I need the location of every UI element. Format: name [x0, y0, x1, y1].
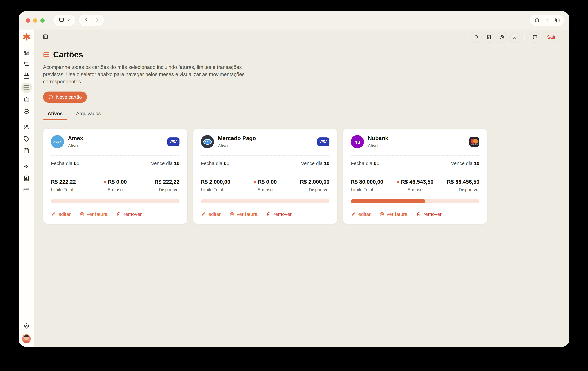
- sidebar-bottom: [21, 321, 32, 343]
- card-status: Ativo: [68, 143, 83, 148]
- view-invoice-button[interactable]: ver fatura: [229, 211, 258, 217]
- card-name: Amex: [68, 135, 83, 142]
- dark-mode-button[interactable]: [509, 32, 520, 42]
- edit-card-button[interactable]: editar: [201, 211, 221, 217]
- sidebar-item-cards[interactable]: [21, 82, 32, 93]
- sidebar-toggle-icon: [59, 17, 64, 24]
- due-day: Vence dia 10: [301, 160, 330, 166]
- credit-card-item: Mercado Pago Ativo VISA mastercard Fecha…: [193, 129, 337, 224]
- close-window-button[interactable]: [26, 18, 30, 22]
- card-header: nu Nubank Ativo VISA mastercard: [351, 135, 479, 148]
- new-card-label: Novo cartão: [56, 94, 82, 100]
- new-card-button[interactable]: Novo cartão: [43, 92, 87, 103]
- available-value: R$ 33.456,50: [437, 179, 479, 185]
- available-column: R$ 33.456,50 Disponível: [437, 179, 479, 192]
- sidebar-item-ai[interactable]: [21, 161, 32, 171]
- screen: Sair Cartões Acompanhe todas os cartões …: [0, 0, 588, 371]
- cards-row: AMEX Amex Ativo VISA mastercard Fecha di…: [43, 129, 560, 224]
- card-values: R$ 222,22 Limite Total R$ 0,00 Em uso R$…: [51, 179, 179, 192]
- forward-button[interactable]: [94, 17, 100, 24]
- limit-label: Limite Total: [351, 187, 394, 192]
- sidebar-nav: [21, 46, 32, 196]
- sidebar-item-settings[interactable]: [21, 321, 32, 331]
- back-button[interactable]: [84, 17, 89, 24]
- sidebar-item-bank[interactable]: [21, 94, 32, 104]
- browser-sidebar-toggle[interactable]: [53, 15, 75, 26]
- notifications-button[interactable]: [471, 32, 482, 42]
- remove-card-button[interactable]: remover: [116, 211, 142, 217]
- tab-ativos[interactable]: Ativos: [43, 108, 67, 120]
- card-header: AMEX Amex Ativo VISA mastercard: [51, 135, 179, 148]
- user-avatar[interactable]: [22, 334, 31, 343]
- share-button[interactable]: [534, 17, 540, 24]
- sidebar-item-calendar[interactable]: [21, 71, 32, 81]
- available-column: R$ 222,22 Disponível: [137, 179, 179, 192]
- available-label: Disponível: [137, 187, 179, 192]
- content-header: Sair: [34, 30, 569, 45]
- sidebar-item-users[interactable]: [21, 122, 32, 132]
- view-invoice-button[interactable]: ver fatura: [379, 211, 408, 217]
- browser-window: Sair Cartões Acompanhe todas os cartões …: [19, 11, 569, 347]
- new-tab-button[interactable]: [544, 17, 550, 24]
- minimize-window-button[interactable]: [33, 18, 37, 22]
- sidebar: [19, 30, 34, 347]
- card-names: Nubank Ativo: [368, 135, 388, 148]
- sidebar-item-dashboard[interactable]: [21, 47, 32, 57]
- limit-column: R$ 222,22 Limite Total: [51, 179, 94, 192]
- card-values: R$ 80.000,00 Limite Total R$ 46.543,50 E…: [351, 179, 479, 192]
- limit-label: Limite Total: [51, 187, 94, 192]
- used-label: Em uso: [244, 187, 286, 192]
- sidebar-item-tags[interactable]: [21, 134, 32, 144]
- toolbar: Sair: [471, 32, 560, 42]
- sidebar-item-transactions[interactable]: [21, 59, 32, 69]
- zoom-window-button[interactable]: [40, 18, 45, 22]
- chat-button[interactable]: [530, 32, 540, 42]
- limit-column: R$ 2.000,00 Limite Total: [201, 179, 244, 192]
- close-day: Fecha dia 01: [201, 160, 229, 166]
- dashed-divider: [51, 171, 179, 171]
- due-day: Vence dia 10: [151, 160, 180, 166]
- card-actions: editar ver fatura remover: [51, 211, 179, 217]
- available-label: Disponível: [287, 187, 329, 192]
- card-title-icon: [43, 51, 50, 58]
- sidebar-item-notes[interactable]: [21, 145, 32, 156]
- card-status: Ativo: [368, 143, 388, 148]
- card-name: Mercado Pago: [218, 135, 256, 142]
- page-description: Acompanhe todas os cartões do mês seleci…: [43, 64, 264, 85]
- toolbar-divider: [525, 34, 525, 40]
- used-value: R$ 0,00: [94, 179, 136, 185]
- logout-button[interactable]: Sair: [542, 32, 560, 42]
- edit-card-button[interactable]: editar: [351, 211, 371, 217]
- trash-icon: [266, 211, 271, 217]
- pencil-icon: [51, 211, 56, 217]
- sidebar-item-reports[interactable]: [21, 173, 32, 183]
- available-column: R$ 2.000,00 Disponível: [287, 179, 329, 192]
- app-logo-asterisk-icon[interactable]: [22, 32, 31, 41]
- traffic-lights: [26, 18, 45, 22]
- browser-titlebar: [19, 11, 569, 30]
- dashed-divider: [201, 171, 329, 171]
- sidebar-item-performance[interactable]: [21, 106, 32, 116]
- remove-card-button[interactable]: remover: [266, 211, 292, 217]
- card-names: Amex Ativo: [68, 135, 83, 148]
- available-value: R$ 222,22: [137, 179, 179, 185]
- tab-overview-button[interactable]: [554, 17, 560, 24]
- card-logo: [201, 135, 214, 148]
- calculator-button[interactable]: [483, 32, 494, 42]
- credit-card-item: AMEX Amex Ativo VISA mastercard Fecha di…: [43, 129, 187, 224]
- pencil-icon: [351, 211, 356, 217]
- collapse-sidebar-icon[interactable]: [42, 33, 50, 41]
- card-usage-bar: [351, 199, 479, 203]
- view-invoice-button[interactable]: ver fatura: [79, 211, 108, 217]
- credit-card-item: nu Nubank Ativo VISA mastercard Fecha di…: [343, 129, 487, 224]
- browser-tab-controls: [530, 15, 564, 26]
- edit-card-button[interactable]: editar: [51, 211, 71, 217]
- remove-card-button[interactable]: remover: [416, 211, 442, 217]
- tab-arquivados[interactable]: Arquivados: [72, 108, 105, 120]
- nav-divider: [91, 17, 92, 24]
- used-column: R$ 0,00 Em uso: [244, 179, 286, 192]
- used-dot-icon: [253, 181, 256, 183]
- focus-button[interactable]: [496, 32, 507, 42]
- card-logo: nu: [351, 135, 364, 148]
- sidebar-item-accounts[interactable]: [21, 185, 32, 195]
